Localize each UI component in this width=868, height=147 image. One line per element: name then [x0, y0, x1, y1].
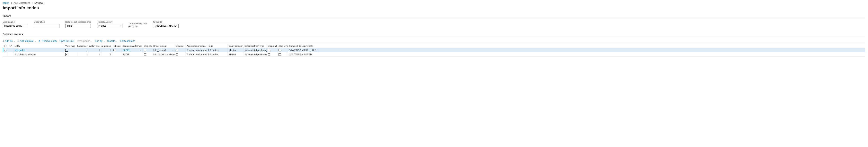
col-refresh[interactable]	[8, 44, 13, 48]
add-file-button[interactable]: + Add file	[3, 40, 15, 42]
cell-obsolete[interactable]	[112, 52, 121, 57]
add-template-button[interactable]: + Add template	[18, 40, 36, 42]
cell-stop-level[interactable]	[277, 48, 288, 52]
plus-icon: +	[18, 40, 19, 42]
section-selected-entities-header[interactable]: Selected entities	[3, 31, 865, 37]
col-default-refresh[interactable]: Default refresh type	[243, 44, 267, 48]
sort-by-button[interactable]: Sort by	[95, 40, 105, 42]
calendar-icon[interactable]: ▦	[312, 49, 314, 52]
chevron-down-icon	[91, 40, 92, 42]
col-sheet-lookup[interactable]: Sheet lookup	[152, 44, 175, 48]
col-execution[interactable]: Executi...↑	[77, 44, 89, 48]
obsolete-checkbox[interactable]	[114, 49, 116, 51]
view-map-icon[interactable]	[65, 49, 68, 52]
cell-disable[interactable]	[175, 48, 185, 52]
operation-type-input[interactable]	[65, 24, 91, 28]
cell-app-module: Transactions and orders	[185, 52, 207, 57]
row-select[interactable]	[3, 48, 8, 52]
group-name-input[interactable]	[3, 24, 28, 28]
stop-level-checkbox[interactable]	[279, 49, 281, 51]
cell-level-in[interactable]: 1	[89, 48, 101, 52]
row-refresh[interactable]	[8, 52, 13, 57]
col-tags[interactable]: Tags	[207, 44, 228, 48]
cell-view-map[interactable]	[64, 48, 77, 52]
col-sequence[interactable]: Sequence	[101, 44, 112, 48]
row-select[interactable]	[3, 52, 8, 57]
truncate-toggle[interactable]	[128, 25, 134, 28]
col-entity-category[interactable]: Entity category	[228, 44, 243, 48]
open-in-excel-button[interactable]: Open in Excel	[59, 40, 74, 42]
breadcrumb-my-view[interactable]: My view	[34, 2, 44, 4]
cell-source-format[interactable]: EXCEL⌵	[121, 48, 143, 52]
cell-stop-unit[interactable]	[267, 48, 277, 52]
disable-checkbox[interactable]	[176, 53, 178, 56]
cell-sheet-lookup[interactable]: Info_codes$⌵	[152, 48, 175, 52]
col-app-module[interactable]: Application module	[185, 44, 207, 48]
group-id-input[interactable]	[153, 24, 179, 28]
cell-view-map[interactable]	[64, 52, 77, 57]
cell-stop-unit[interactable]	[267, 52, 277, 57]
col-level-in[interactable]: Level in ex...	[89, 44, 101, 48]
chevron-down-icon[interactable]: ⌵	[173, 49, 174, 51]
cell-skip-staging[interactable]	[143, 52, 152, 57]
entity-link[interactable]: Info codes	[14, 49, 25, 52]
source-format-text: EXCEL	[122, 49, 130, 52]
cell-sheet-lookup[interactable]: Info_code_translation$	[152, 52, 175, 57]
col-view-map[interactable]: View map	[64, 44, 77, 48]
col-skip-staging[interactable]: Skip staging	[143, 44, 152, 48]
cell-execution[interactable]: 1	[77, 48, 89, 52]
operation-type-label: Data project operation type	[65, 21, 91, 23]
section-import-header[interactable]: Import	[3, 13, 865, 19]
col-entity[interactable]: Entity	[13, 44, 64, 48]
truncate-label: Truncate entity data	[128, 22, 147, 25]
cell-default-refresh[interactable]: Incremental push only⌵	[243, 48, 267, 52]
remove-entity-button[interactable]: Remove entity	[38, 40, 57, 42]
resequence-button[interactable]: Resequence	[77, 40, 92, 42]
select-all-radio[interactable]	[4, 45, 6, 47]
skip-staging-checkbox[interactable]	[144, 53, 146, 56]
cell-entity[interactable]: Info codes	[13, 48, 64, 52]
cell-sequence[interactable]: 1	[101, 48, 112, 52]
entity-attribute-button[interactable]: Entity attribute	[120, 40, 135, 42]
stop-unit-checkbox[interactable]	[268, 49, 270, 51]
disable-checkbox[interactable]	[176, 49, 178, 51]
col-source-format[interactable]: Source data format	[121, 44, 143, 48]
row-refresh[interactable]	[8, 48, 13, 52]
project-category-select[interactable]	[97, 24, 122, 28]
cell-sequence[interactable]: 2	[101, 52, 112, 57]
cell-obsolete[interactable]	[112, 48, 121, 52]
col-obsolete[interactable]: Obsolete	[112, 44, 121, 48]
cell-expiry-date[interactable]: 1/24/2025 5:43:47 PM	[288, 52, 318, 57]
col-stop-level[interactable]: Stop level ...	[277, 44, 288, 48]
cell-execution[interactable]: 1	[77, 52, 89, 57]
cell-skip-staging[interactable]	[143, 48, 152, 52]
chevron-down-icon[interactable]: ⌵	[141, 49, 142, 51]
chevron-down-icon	[13, 40, 15, 42]
cell-source-format[interactable]: EXCEL	[121, 52, 143, 57]
table-row[interactable]: Info codes111EXCEL⌵Info_codes$⌵Transacti…	[3, 48, 865, 52]
cell-stop-level[interactable]	[277, 52, 288, 57]
cell-default-refresh[interactable]: Incremental push only	[243, 52, 267, 57]
col-stop-unit[interactable]: Stop unit e...	[267, 44, 277, 48]
table-row[interactable]: Info code translation112EXCELInfo_code_t…	[3, 52, 865, 57]
row-radio[interactable]	[4, 49, 6, 51]
disable-button[interactable]: Disable	[107, 40, 117, 42]
breadcrumb-import-link[interactable]: Import	[3, 2, 9, 4]
chevron-down-icon	[34, 40, 36, 42]
cell-level-in[interactable]: 1	[89, 52, 101, 57]
skip-staging-checkbox[interactable]	[144, 49, 146, 51]
clock-icon[interactable]	[315, 49, 317, 52]
description-input[interactable]	[34, 24, 59, 28]
cell-expiry-date[interactable]: 1/24/2025 5:43:30 ... ▦	[288, 48, 318, 52]
cell-tags: Infocodes	[207, 48, 228, 52]
cell-entity[interactable]: Info code translation	[13, 52, 64, 57]
view-map-icon[interactable]	[65, 53, 68, 56]
cell-disable[interactable]	[175, 52, 185, 57]
stop-unit-checkbox[interactable]	[268, 53, 270, 56]
stop-level-checkbox[interactable]	[279, 53, 281, 56]
col-sample-expiry[interactable]: Sample File Expiry Date	[288, 44, 318, 48]
col-select[interactable]	[3, 44, 8, 48]
sheet-lookup-text: Info_code_translation$	[153, 53, 175, 56]
page-title: Import info codes	[3, 5, 865, 10]
col-disable[interactable]: Disable	[175, 44, 185, 48]
